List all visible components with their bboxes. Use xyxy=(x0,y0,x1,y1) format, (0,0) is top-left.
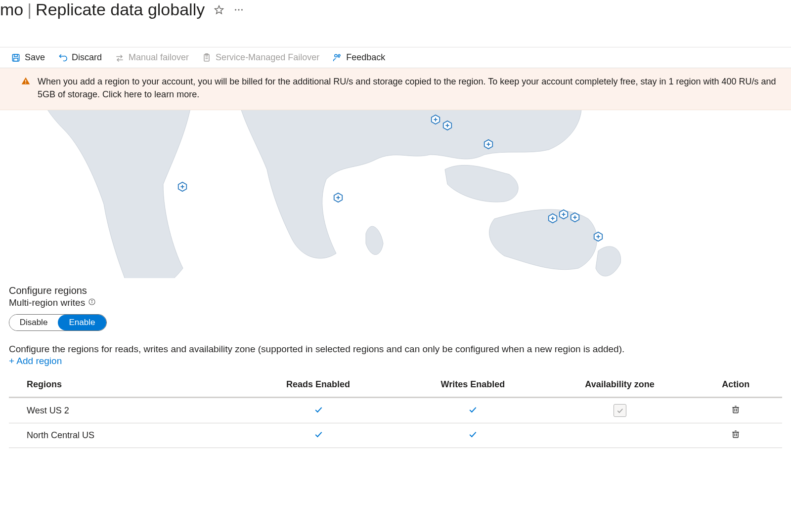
svg-point-12 xyxy=(339,54,341,56)
swap-icon xyxy=(115,53,125,63)
col-action: Action xyxy=(689,373,782,398)
table-row: North Central US xyxy=(9,423,782,448)
col-az: Availability zone xyxy=(550,373,690,398)
discard-button[interactable]: Discard xyxy=(58,52,102,63)
reads-cell xyxy=(241,423,396,448)
region-marker-aus-south[interactable] xyxy=(558,209,569,220)
feedback-label: Feedback xyxy=(346,52,385,63)
svg-rect-5 xyxy=(14,54,18,56)
more-actions-button[interactable] xyxy=(233,4,244,15)
svg-point-3 xyxy=(241,9,243,10)
service-failover-button: Service-Managed Failover xyxy=(202,52,319,63)
toolbar: Save Discard Manual failover Service-Man… xyxy=(0,47,791,68)
star-outline-icon xyxy=(214,4,224,15)
svg-marker-0 xyxy=(215,5,223,13)
info-icon[interactable] xyxy=(88,297,96,308)
svg-point-2 xyxy=(238,9,240,10)
toggle-enable[interactable]: Enable xyxy=(58,315,106,330)
region-marker-aus-east[interactable] xyxy=(570,212,580,223)
svg-rect-13 xyxy=(25,80,26,82)
configure-regions-heading: Configure regions xyxy=(0,285,791,296)
manual-failover-button: Manual failover xyxy=(115,52,189,63)
check-icon xyxy=(468,431,478,441)
region-marker-aus-southeast[interactable] xyxy=(547,213,558,224)
svg-rect-50 xyxy=(733,432,738,438)
col-region: Regions xyxy=(9,373,241,398)
billing-info-text: When you add a region to your account, y… xyxy=(38,75,780,101)
regions-table: Regions Reads Enabled Writes Enabled Ava… xyxy=(9,373,782,448)
toggle-disable[interactable]: Disable xyxy=(9,315,58,330)
undo-icon xyxy=(58,53,68,63)
warning-icon xyxy=(21,76,31,89)
check-icon xyxy=(313,431,323,441)
save-icon xyxy=(11,53,21,63)
multi-region-writes-toggle[interactable]: Disable Enable xyxy=(9,314,107,331)
delete-region-button[interactable] xyxy=(731,407,741,416)
delete-region-button[interactable] xyxy=(731,431,741,441)
svg-point-1 xyxy=(235,9,236,10)
configure-regions-description: Configure the regions for reads, writes … xyxy=(0,340,791,356)
multi-region-writes-label: Multi-region writes xyxy=(9,297,85,308)
page-header: mo|Replicate data globally xyxy=(0,0,791,27)
az-cell xyxy=(550,423,690,448)
svg-rect-6 xyxy=(14,58,18,61)
multi-region-writes-row: Multi-region writes xyxy=(0,296,791,309)
region-marker-india-west[interactable] xyxy=(430,114,441,125)
az-cell xyxy=(550,398,690,423)
svg-point-11 xyxy=(335,54,337,57)
action-cell xyxy=(689,423,782,448)
az-checkbox[interactable] xyxy=(614,404,626,417)
region-marker-new-zealand[interactable] xyxy=(593,231,604,242)
add-region-link[interactable]: + Add region xyxy=(0,356,791,373)
writes-cell xyxy=(396,398,550,423)
feedback-button[interactable]: Feedback xyxy=(332,52,385,63)
action-cell xyxy=(689,398,782,423)
svg-rect-45 xyxy=(733,408,738,413)
region-marker-south-africa[interactable] xyxy=(333,192,344,203)
clipboard-icon xyxy=(202,53,212,63)
manual-failover-label: Manual failover xyxy=(129,52,189,63)
region-marker-india-south[interactable] xyxy=(442,120,453,131)
reads-cell xyxy=(241,398,396,423)
discard-label: Discard xyxy=(72,52,102,63)
feedback-icon xyxy=(332,53,342,63)
save-button[interactable]: Save xyxy=(11,52,45,63)
service-failover-label: Service-Managed Failover xyxy=(216,52,319,63)
col-writes: Writes Enabled xyxy=(396,373,550,398)
title-prefix: mo xyxy=(0,0,23,19)
page-title: mo|Replicate data globally xyxy=(0,0,205,19)
region-name: North Central US xyxy=(9,423,241,448)
writes-cell xyxy=(396,423,550,448)
title-divider: | xyxy=(27,0,32,19)
world-map[interactable] xyxy=(0,110,791,278)
region-marker-southeast-asia[interactable] xyxy=(483,139,494,150)
region-marker-south-america[interactable] xyxy=(177,181,188,192)
title-main: Replicate data globally xyxy=(36,0,205,19)
col-reads: Reads Enabled xyxy=(241,373,396,398)
save-label: Save xyxy=(25,52,45,63)
check-icon xyxy=(468,407,478,416)
favorite-star-button[interactable] xyxy=(214,4,224,15)
region-name: West US 2 xyxy=(9,398,241,423)
billing-info-bar[interactable]: When you add a region to your account, y… xyxy=(0,68,791,110)
check-icon xyxy=(313,407,323,416)
ellipsis-icon xyxy=(233,4,244,15)
svg-point-44 xyxy=(91,300,92,301)
svg-rect-14 xyxy=(25,82,26,83)
table-row: West US 2 xyxy=(9,398,782,423)
